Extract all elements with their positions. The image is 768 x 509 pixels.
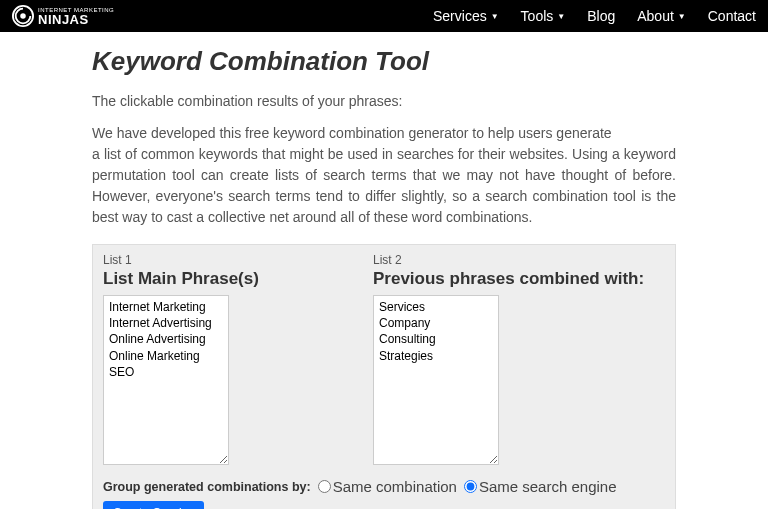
grouping-row: Group generated combinations by: Same co…	[103, 478, 665, 495]
caret-down-icon: ▼	[557, 12, 565, 21]
intro-text: The clickable combination results of you…	[92, 93, 676, 109]
list2-heading: Previous phrases combined with:	[373, 269, 619, 289]
tool-panel: List 1 List Main Phrase(s) List 2 Previo…	[92, 244, 676, 509]
description-text: We have developed this free keyword comb…	[92, 123, 676, 228]
brand-logo[interactable]: INTERNET MARKETING NINJAS	[12, 5, 114, 27]
nav-links: Services▼ Tools▼ Blog About▼ Contact	[433, 8, 756, 24]
caret-down-icon: ▼	[678, 12, 686, 21]
list1-textarea[interactable]	[103, 295, 229, 465]
nav-tools[interactable]: Tools▼	[521, 8, 566, 24]
page-title: Keyword Combination Tool	[92, 46, 676, 77]
list1-label: List 1	[103, 253, 349, 267]
radio-same-search-engine-input[interactable]	[464, 480, 477, 493]
nav-blog[interactable]: Blog	[587, 8, 615, 24]
svg-point-1	[20, 13, 26, 19]
brand-text: INTERNET MARKETING NINJAS	[38, 7, 114, 26]
list1-heading: List Main Phrase(s)	[103, 269, 349, 289]
main-container: Keyword Combination Tool The clickable c…	[0, 32, 768, 509]
list2-textarea[interactable]	[373, 295, 499, 465]
nav-contact[interactable]: Contact	[708, 8, 756, 24]
caret-down-icon: ▼	[491, 12, 499, 21]
top-navbar: INTERNET MARKETING NINJAS Services▼ Tool…	[0, 0, 768, 32]
group-label: Group generated combinations by:	[103, 480, 311, 494]
nav-services[interactable]: Services▼	[433, 8, 499, 24]
brand-bottom: NINJAS	[38, 13, 114, 26]
ninja-swirl-icon	[12, 5, 34, 27]
create-queries-button[interactable]: Create Queries	[103, 501, 204, 509]
lists-row: List 1 List Main Phrase(s) List 2 Previo…	[103, 253, 665, 468]
radio-same-combination[interactable]: Same combination	[318, 478, 457, 495]
list1-column: List 1 List Main Phrase(s)	[103, 253, 349, 468]
list2-column: List 2 Previous phrases combined with:	[373, 253, 619, 468]
radio-same-search-engine[interactable]: Same search engine	[464, 478, 617, 495]
nav-about[interactable]: About▼	[637, 8, 686, 24]
list2-label: List 2	[373, 253, 619, 267]
radio-same-combination-input[interactable]	[318, 480, 331, 493]
